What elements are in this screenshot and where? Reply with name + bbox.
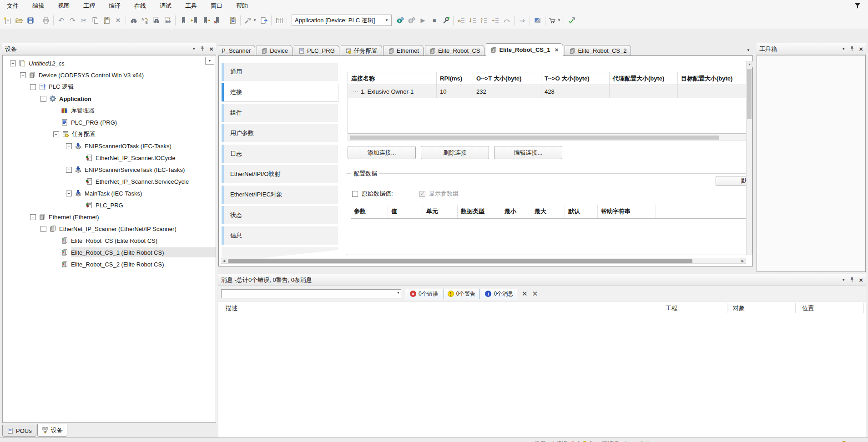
nav-information[interactable]: 信息 [222, 226, 338, 245]
collapse-icon[interactable]: − [10, 60, 16, 66]
editor-vscrollbar[interactable]: ▲ ▼ [746, 61, 752, 255]
goto-icon[interactable]: ⇒ [516, 15, 528, 26]
editor-hscrollbar[interactable]: ◀ ▶ [221, 258, 746, 264]
nav-status[interactable]: 状态 [222, 206, 338, 224]
menu-tools[interactable]: 工具 [178, 0, 204, 12]
paste-special-icon[interactable] [227, 15, 238, 26]
step-into-icon[interactable] [467, 15, 478, 26]
find-icon[interactable] [128, 15, 139, 26]
clear-all-messages-icon[interactable]: ✕ [532, 290, 538, 298]
connections-hscrollbar[interactable] [348, 135, 747, 141]
start-icon[interactable]: ▶ [417, 15, 429, 26]
bookmark-next-icon[interactable] [200, 15, 212, 26]
tab-elite-robot-cs[interactable]: Elite_Robot_CS [425, 45, 485, 56]
print-icon[interactable] [40, 15, 51, 26]
reset-icon[interactable] [501, 15, 512, 26]
collapse-icon[interactable]: − [40, 226, 46, 232]
flow-control-icon[interactable] [532, 15, 543, 26]
tab-devices[interactable]: 设备 [37, 424, 67, 437]
nav-enip-io-mapping[interactable]: EtherNet/IPI/O映射 [222, 165, 338, 183]
collapse-icon[interactable]: − [30, 214, 36, 220]
undo-icon[interactable]: ↶ [56, 15, 67, 26]
pin-icon[interactable] [849, 277, 855, 283]
collapse-icon[interactable]: − [30, 84, 36, 90]
tree-item-ethernet[interactable]: − Ethernet (Ethernet) [3, 211, 216, 223]
messages-filter-button[interactable]: i 0个消息 [481, 289, 517, 299]
collapse-icon[interactable]: − [66, 143, 72, 149]
tree-item-elite-robot-cs-1[interactable]: Elite_Robot_CS_1 (Elite Robot CS) [3, 246, 216, 258]
bookmark-toggle-icon[interactable] [177, 15, 189, 26]
raw-data-checkbox[interactable] [352, 191, 358, 197]
tree-item-elite-robot-cs-2[interactable]: Elite_Robot_CS_2 (Elite Robot CS) [3, 258, 216, 270]
cut-icon[interactable]: ✂ [78, 15, 90, 26]
build-icon[interactable]: ▼ [242, 15, 258, 26]
edit-connection-button[interactable]: 编辑连接... [494, 146, 562, 159]
errors-filter-button[interactable]: × 0个错误 [406, 289, 442, 299]
menu-online[interactable]: 在线 [127, 0, 153, 12]
close-icon[interactable]: × [209, 45, 213, 52]
pin-icon[interactable] [200, 46, 205, 52]
collapse-icon[interactable]: − [40, 96, 46, 102]
delete-connection-button[interactable]: 删除连接 [421, 146, 489, 159]
collapse-icon[interactable]: − [66, 191, 72, 196]
tab-elite-robot-cs-2[interactable]: Elite_Robot_CS_2 [565, 45, 631, 56]
add-connection-button[interactable]: 添加连接... [348, 146, 416, 159]
bookmark-clear-icon[interactable] [212, 15, 223, 26]
message-category-combo[interactable]: ▼ [221, 289, 401, 298]
collapse-icon[interactable]: − [53, 131, 59, 137]
sync-check-icon[interactable] [566, 15, 577, 26]
clear-message-icon[interactable]: ✕ [522, 290, 528, 298]
tab-overflow-chevron-icon[interactable]: ▼ [745, 46, 752, 54]
tab-task-configuration[interactable]: 任务配置 [341, 45, 382, 56]
menu-window[interactable]: 窗口 [204, 0, 229, 12]
nav-log[interactable]: 日志 [222, 145, 338, 163]
tree-item-library-manager[interactable]: 库管理器 [3, 105, 216, 116]
scroll-right-arrow-icon[interactable]: ▶ [740, 258, 746, 263]
active-application-selector[interactable]: Application [Device: PLC 逻辑] ▼ [292, 15, 392, 26]
find-in-files-icon[interactable] [151, 15, 162, 26]
warnings-filter-button[interactable]: ! 0个警告 [444, 289, 480, 299]
close-icon[interactable]: × [859, 45, 863, 52]
panel-menu-chevron-icon[interactable]: ▼ [842, 47, 845, 51]
tree-item-plc-logic[interactable]: − PLC 逻辑 [3, 81, 216, 93]
menu-edit[interactable]: 编辑 [25, 0, 51, 12]
nav-user-parameters[interactable]: 用户参数 [222, 124, 338, 142]
paste-icon[interactable] [101, 15, 112, 26]
tree-item-enip-scanner[interactable]: − EtherNet_IP_Scanner (EtherNet/IP Scann… [3, 223, 216, 235]
save-icon[interactable] [25, 15, 36, 26]
show-groups-checkbox[interactable]: ✓ [419, 191, 425, 197]
nav-general[interactable]: 通用 [222, 63, 338, 81]
menu-debug[interactable]: 调试 [153, 0, 178, 12]
login-icon[interactable] [394, 15, 406, 26]
tree-item-main-task[interactable]: − MainTask (IEC-Tasks) [3, 187, 216, 199]
tree-item-device[interactable]: − Device (CODESYS Control Win V3 x64) [3, 69, 216, 81]
visualization-grid-icon[interactable] [273, 15, 285, 26]
tab-close-icon[interactable]: ✕ [554, 47, 559, 53]
tab-plc-prg[interactable]: PLC_PRG [294, 45, 339, 56]
nav-connections[interactable]: 连接 [222, 83, 338, 101]
scroll-left-arrow-icon[interactable]: ◀ [221, 258, 227, 263]
default-values-button[interactable]: 默 [716, 176, 749, 186]
tab-p-scanner[interactable]: P_Scanner [218, 45, 255, 56]
new-file-icon[interactable] [2, 15, 13, 26]
cart-icon[interactable]: ▼ [547, 15, 562, 26]
collapse-icon[interactable]: − [20, 72, 26, 78]
scrollbar-thumb[interactable] [747, 69, 752, 119]
copy-icon[interactable] [90, 15, 101, 26]
scroll-down-arrow-icon[interactable]: ▼ [747, 61, 753, 67]
tree-item-application[interactable]: − Application [3, 93, 216, 105]
menu-view[interactable]: 视图 [51, 0, 76, 12]
replace-in-files-icon[interactable] [162, 15, 173, 26]
collapse-icon[interactable]: − [66, 167, 72, 173]
funnel-icon[interactable] [853, 2, 862, 11]
delete-icon[interactable]: × [112, 15, 124, 26]
run-to-cursor-icon[interactable] [490, 15, 501, 26]
tab-pous[interactable]: POUs [2, 425, 36, 437]
tree-item-service-cycle[interactable]: EtherNet_IP_Scanner.ServiceCycle [3, 176, 216, 187]
menu-build[interactable]: 编译 [102, 0, 127, 12]
replace-icon[interactable]: AB [139, 15, 151, 26]
tab-ethernet[interactable]: Ethernet [384, 45, 424, 56]
nav-enip-iec-objects[interactable]: EtherNet/IPIEC对象 [222, 186, 338, 204]
tree-item-task-configuration[interactable]: − 任务配置 [3, 128, 216, 140]
scrollbar-thumb[interactable] [228, 259, 692, 263]
